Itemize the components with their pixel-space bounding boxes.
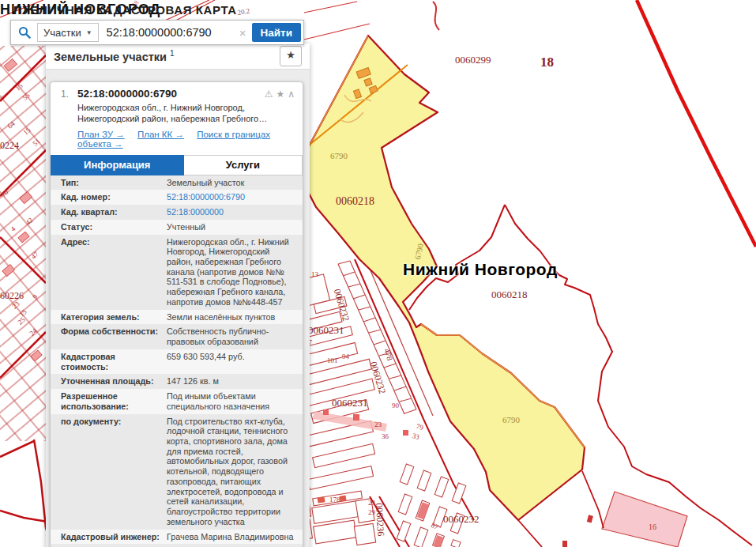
table-row: Кадастровая стоимость: 659 630 593,44 ру… bbox=[51, 349, 303, 374]
results-title: Земельные участки 1 bbox=[54, 49, 280, 63]
info-table: Тип: Земельный участок Кад. номер: 52:18… bbox=[51, 175, 303, 547]
results-title-text: Земельные участки bbox=[54, 51, 167, 63]
row-value: Земельный участок bbox=[167, 177, 296, 189]
row-value: Собственность публично-правовых образова… bbox=[167, 326, 296, 347]
results-panel: Земельные участки 1 ★ 1. 52:18:0000000:6… bbox=[46, 43, 310, 547]
row-label: Кад. квартал: bbox=[61, 206, 167, 218]
results-count: 1 bbox=[170, 49, 175, 58]
row-label: Кадастровая стоимость: bbox=[61, 351, 167, 372]
row-value: Земли населённых пунктов bbox=[167, 311, 296, 323]
result-tabs: Информация Услуги bbox=[51, 155, 303, 175]
row-label: Кадастровый инженер: bbox=[61, 531, 167, 543]
row-label: Разрешенное использование: bbox=[61, 390, 167, 412]
table-row: Дата постановки на учет: 04.04.2012 bbox=[51, 544, 303, 547]
search-submit-button[interactable]: Найти bbox=[252, 23, 301, 42]
row-label: Уточненная площадь: bbox=[61, 375, 167, 387]
plan-kk-link[interactable]: План КК → bbox=[137, 130, 184, 139]
search-icon bbox=[18, 26, 31, 39]
search-category-dropdown[interactable]: Участки ▼ bbox=[37, 23, 99, 42]
row-label: по документу: bbox=[61, 416, 167, 528]
row-label: Статус: bbox=[61, 221, 167, 233]
result-address-preview: Нижегородская обл., г. Нижний Новгород, … bbox=[51, 100, 303, 125]
row-label: Тип: bbox=[61, 177, 167, 189]
table-row: Статус: Учтенный bbox=[51, 220, 303, 235]
row-value: Под строительство яхт-клуба, лодочной ст… bbox=[167, 416, 296, 528]
table-row: Адрес: Нижегородская обл., г. Нижний Нов… bbox=[51, 235, 303, 310]
result-card-top: 1. 52:18:0000000:6790 ⚠ ★ ∧ bbox=[51, 82, 303, 100]
table-row: Кад. номер: 52:18:0000000:6790 bbox=[51, 190, 303, 205]
table-row: по документу: Под строительство яхт-клуб… bbox=[51, 414, 303, 530]
clear-search-icon[interactable]: × bbox=[234, 26, 252, 40]
row-value: 659 630 593,44 руб. bbox=[167, 351, 296, 372]
row-label: Категория земель: bbox=[61, 311, 167, 323]
row-value: Учтенный bbox=[167, 221, 296, 233]
table-row: Кадастровый инженер: Грачева Марина Влад… bbox=[51, 530, 303, 545]
tab-information[interactable]: Информация bbox=[51, 155, 184, 175]
table-row: Уточненная площадь: 147 126 кв. м bbox=[51, 374, 303, 389]
row-value: Нижегородская обл., г. Нижний Новгород, … bbox=[167, 236, 296, 308]
table-row: Форма собственности: Собственность публи… bbox=[51, 324, 303, 349]
collapse-chevron-icon[interactable]: ∧ bbox=[288, 89, 295, 100]
row-label: Кад. номер: bbox=[61, 191, 167, 203]
row-value: Под иными объектами специального назначе… bbox=[167, 390, 296, 412]
table-row: Тип: Земельный участок bbox=[51, 175, 303, 191]
cadastral-number-link[interactable]: 52:18:0000000:6790 bbox=[167, 191, 296, 203]
plan-zu-link[interactable]: План ЗУ → bbox=[77, 130, 125, 139]
tab-services[interactable]: Услуги bbox=[184, 155, 303, 175]
star-icon[interactable]: ★ bbox=[276, 89, 284, 100]
table-row: Разрешенное использование: Под иными объ… bbox=[51, 389, 303, 413]
table-row: Кад. квартал: 52:18:0000000 bbox=[51, 205, 303, 220]
results-panel-header: Земельные участки 1 ★ bbox=[46, 43, 310, 70]
row-label: Форма собственности: bbox=[61, 326, 167, 347]
result-card: 1. 52:18:0000000:6790 ⚠ ★ ∧ Нижегородска… bbox=[50, 81, 303, 547]
chevron-down-icon: ▼ bbox=[86, 29, 92, 36]
result-mini-icons: ⚠ ★ ∧ bbox=[265, 89, 295, 100]
result-index: 1. bbox=[61, 89, 77, 100]
warning-icon[interactable]: ⚠ bbox=[265, 89, 273, 100]
search-category-label: Участки bbox=[43, 27, 81, 39]
cadastral-quarter-link[interactable]: 52:18:0000000 bbox=[167, 206, 296, 218]
row-value: Грачева Марина Владимировна bbox=[167, 531, 296, 543]
favorites-button[interactable]: ★ bbox=[280, 46, 302, 66]
row-value: 147 126 кв. м bbox=[167, 375, 296, 387]
table-row: Категория земель: Земли населённых пункт… bbox=[51, 310, 303, 325]
search-input[interactable] bbox=[99, 26, 234, 39]
result-cadastral-number: 52:18:0000000:6790 bbox=[77, 88, 265, 100]
row-label: Адрес: bbox=[61, 236, 167, 308]
search-bar: Участки ▼ × Найти bbox=[10, 20, 304, 45]
star-icon: ★ bbox=[286, 49, 295, 61]
result-links: План ЗУ → План КК → Поиск в границах объ… bbox=[51, 125, 303, 155]
